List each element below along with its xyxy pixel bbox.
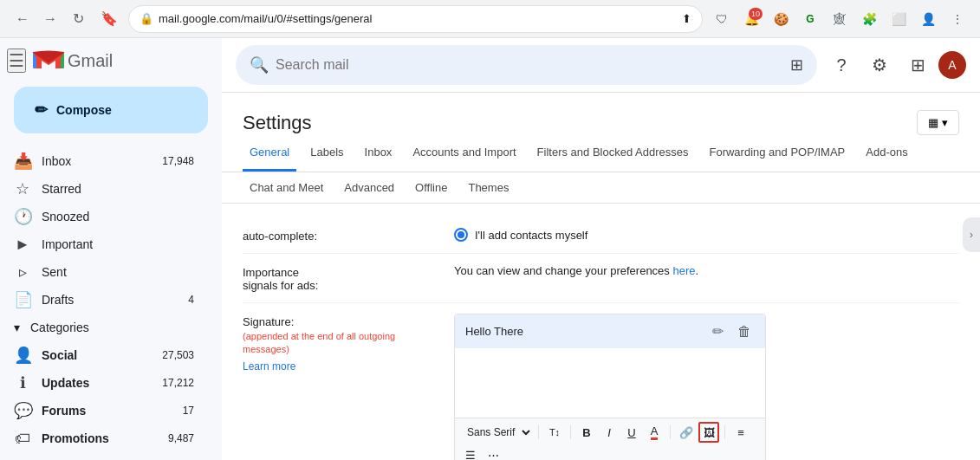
- cookie-icon[interactable]: 🍪: [769, 7, 793, 31]
- profile-icon[interactable]: 👤: [916, 7, 940, 31]
- share-icon: ⬆: [682, 12, 691, 25]
- sidebar-item-inbox[interactable]: 📥 Inbox 17,948: [0, 147, 208, 175]
- sidebar-item-forums[interactable]: 💬 Forums 17: [0, 397, 208, 424]
- help-button[interactable]: ?: [824, 48, 859, 82]
- promotions-icon: 🏷: [14, 430, 31, 448]
- subtab-offline[interactable]: Offline: [408, 172, 454, 203]
- toolbar-divider-4: [724, 425, 725, 439]
- list-button[interactable]: ☰: [460, 444, 481, 460]
- signature-actions: ✏ 🗑: [709, 321, 755, 341]
- sent-icon: ▹: [14, 262, 31, 282]
- compose-label: Compose: [56, 103, 112, 117]
- bold-button[interactable]: B: [576, 422, 597, 443]
- sidebar-item-snoozed[interactable]: 🕐 Snoozed: [0, 203, 208, 230]
- sidebar-item-important[interactable]: ► Important: [0, 230, 208, 258]
- menu-icon[interactable]: ⋮: [945, 7, 970, 31]
- inbox-count: 17,948: [162, 155, 194, 167]
- importance-signals-row: Importance signals for ads: You can view…: [243, 254, 959, 303]
- nav-buttons: ← → ↻: [10, 7, 90, 31]
- signature-edit-button[interactable]: ✏: [709, 321, 727, 341]
- density-dropdown-icon: ▾: [942, 116, 948, 129]
- window-icon[interactable]: ⬜: [886, 7, 911, 31]
- font-family-select[interactable]: Sans Serif: [460, 424, 533, 441]
- forums-icon: 💬: [14, 401, 31, 420]
- sidebar-item-starred[interactable]: ☆ Starred: [0, 175, 208, 203]
- avatar[interactable]: A: [938, 51, 966, 79]
- snoozed-label: Snoozed: [42, 210, 194, 224]
- brave-shield-icon[interactable]: 🛡: [710, 7, 734, 31]
- updates-label: Updates: [42, 376, 152, 390]
- signature-delete-button[interactable]: 🗑: [734, 321, 755, 341]
- text-color-button[interactable]: A: [644, 422, 665, 443]
- network-icon[interactable]: 🕸: [827, 7, 852, 31]
- sidebar-item-social[interactable]: 👤 Social 27,503: [0, 341, 208, 369]
- topbar-icons: ? ⚙ ⊞ A: [824, 48, 966, 82]
- search-options-icon[interactable]: ⊞: [790, 55, 803, 75]
- bookmark-button[interactable]: 🔖: [97, 7, 121, 31]
- notification-bell-icon[interactable]: 🔔 10: [739, 7, 763, 31]
- compose-button[interactable]: ✏ Compose: [14, 87, 208, 133]
- address-bar[interactable]: 🔒 mail.google.com/mail/u/0/#settings/gen…: [128, 5, 703, 33]
- reload-button[interactable]: ↻: [66, 7, 90, 31]
- search-bar[interactable]: 🔍 ⊞: [236, 45, 817, 85]
- settings-body: auto-complete: I'll add contacts myself: [222, 204, 980, 460]
- puzzle-icon[interactable]: 🧩: [857, 7, 881, 31]
- align-button[interactable]: ≡: [730, 422, 751, 443]
- social-count: 27,503: [162, 349, 194, 361]
- sidebar: ☰ Gmail ✏ Compose 📥 Inbox 1: [0, 38, 222, 460]
- more-button[interactable]: ⋯: [483, 444, 503, 460]
- signature-row: Signature: (appended at the end of all o…: [243, 303, 959, 460]
- subtab-chat-meet[interactable]: Chat and Meet: [243, 172, 330, 203]
- signature-list-item[interactable]: Hello There ✏ 🗑: [455, 314, 765, 348]
- starred-label: Starred: [42, 182, 194, 196]
- important-label: Important: [42, 237, 194, 251]
- forward-button[interactable]: →: [38, 7, 62, 31]
- categories-header[interactable]: ▾ Categories: [0, 314, 222, 341]
- tab-general[interactable]: General: [243, 135, 296, 172]
- tab-accounts-import[interactable]: Accounts and Import: [406, 135, 522, 172]
- gmail-m-icon: [33, 49, 64, 72]
- settings-tabs: General Labels Inbox Accounts and Import…: [222, 135, 980, 172]
- apps-button[interactable]: ⊞: [900, 48, 935, 82]
- tab-labels[interactable]: Labels: [303, 135, 350, 172]
- preferences-link[interactable]: here: [672, 264, 695, 277]
- tab-addons[interactable]: Add-ons: [859, 135, 914, 172]
- gmail-logo: Gmail: [33, 49, 113, 72]
- tab-inbox[interactable]: Inbox: [358, 135, 399, 172]
- font-size-button[interactable]: T↕: [544, 422, 565, 443]
- settings-button[interactable]: ⚙: [862, 48, 897, 82]
- browser-chrome: ← → ↻ 🔖 🔒 mail.google.com/mail/u/0/#sett…: [0, 0, 980, 38]
- sidebar-item-sent[interactable]: ▹ Sent: [0, 258, 208, 286]
- back-button[interactable]: ←: [10, 7, 35, 31]
- italic-button[interactable]: I: [599, 422, 620, 443]
- autocomplete-radio[interactable]: [454, 228, 468, 242]
- autocomplete-content: I'll add contacts myself: [454, 228, 959, 243]
- sent-label: Sent: [42, 265, 194, 279]
- forums-label: Forums: [42, 404, 172, 418]
- underline-button[interactable]: U: [621, 422, 642, 443]
- signature-label-area: Signature: (appended at the end of all o…: [243, 314, 433, 460]
- tab-forwarding-pop[interactable]: Forwarding and POP/IMAP: [702, 135, 852, 172]
- link-button[interactable]: 🔗: [676, 422, 697, 443]
- tab-filters-blocked[interactable]: Filters and Blocked Addresses: [530, 135, 696, 172]
- density-button[interactable]: ▦ ▾: [917, 110, 959, 135]
- signature-editor[interactable]: [455, 348, 765, 418]
- signature-toolbar: Sans Serif T↕ B I U A: [455, 418, 765, 460]
- drafts-label: Drafts: [42, 293, 178, 307]
- hamburger-menu[interactable]: ☰: [7, 49, 26, 73]
- importance-label-text: Importance: [243, 266, 299, 279]
- image-button[interactable]: 🖼: [698, 422, 719, 443]
- sidebar-item-promotions[interactable]: 🏷 Promotions 9,487: [0, 424, 208, 452]
- sidebar-item-drafts[interactable]: 📄 Drafts 4: [0, 286, 208, 314]
- sidebar-item-updates[interactable]: ℹ Updates 17,212: [0, 369, 208, 397]
- subtab-themes[interactable]: Themes: [461, 172, 516, 203]
- learn-more-link[interactable]: Learn more: [243, 360, 433, 373]
- grammarly-icon[interactable]: G: [798, 7, 822, 31]
- settings-content: Settings ▦ ▾ General Labels Inbox Accoun…: [222, 93, 980, 460]
- collapse-sidebar-button[interactable]: ›: [963, 217, 980, 252]
- autocomplete-row: auto-complete: I'll add contacts myself: [243, 217, 959, 254]
- subtab-advanced[interactable]: Advanced: [337, 172, 401, 203]
- snoozed-icon: 🕐: [14, 207, 31, 226]
- settings-header: Settings ▦ ▾: [222, 93, 980, 135]
- search-input[interactable]: [276, 57, 783, 73]
